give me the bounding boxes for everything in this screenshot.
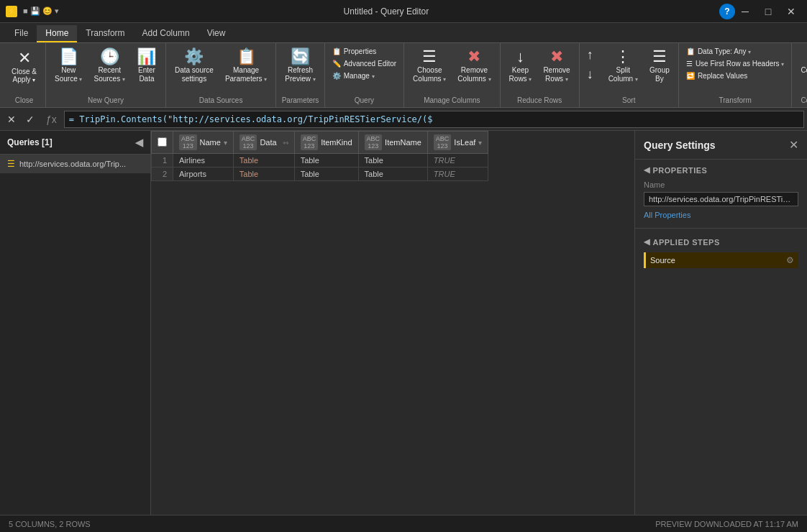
group-by-label: GroupBy bbox=[649, 66, 670, 83]
select-all-checkbox[interactable] bbox=[158, 137, 167, 147]
formula-cancel-button[interactable]: ✕ bbox=[3, 111, 20, 128]
qs-properties-chevron: ◀ bbox=[644, 165, 650, 175]
ribbon-group-query: 📋 Properties ✏️ Advanced Editor ⚙️ Manag… bbox=[325, 43, 404, 107]
table-row: 1 Airlines Table Table Table TRUE bbox=[152, 154, 488, 168]
qs-properties-section: ◀ PROPERTIES Name http://services.odata.… bbox=[635, 160, 807, 225]
ribbon-items-new-query: 📄 NewSource ▾ 🕒 RecentSources ▾ 📊 EnterD… bbox=[50, 46, 161, 95]
ribbon-group-parameters: 🔄 RefreshPreview ▾ Parameters bbox=[276, 43, 324, 107]
formula-input[interactable] bbox=[64, 111, 804, 128]
group-by-icon: ☰ bbox=[652, 49, 667, 65]
manage-button[interactable]: ⚙️ Manage ▾ bbox=[329, 70, 399, 81]
choose-columns-button[interactable]: ☰ ChooseColumns ▾ bbox=[409, 46, 450, 86]
ribbon-group-transform-label: Transform bbox=[719, 95, 752, 104]
qs-applied-steps-label: APPLIED STEPS bbox=[653, 238, 720, 247]
tab-view[interactable]: View bbox=[199, 25, 234, 42]
use-first-row-button[interactable]: ☰ Use First Row as Headers ▾ bbox=[683, 58, 787, 69]
col-header-data: ABC123 Data ⇿ bbox=[233, 132, 294, 154]
properties-icon: 📋 bbox=[332, 47, 341, 55]
close-apply-button[interactable]: ✕ Close & Apply ▾ bbox=[7, 46, 41, 86]
table-row: 2 Airports Table Table Table TRUE bbox=[152, 168, 488, 181]
qs-applied-steps-chevron: ◀ bbox=[644, 237, 650, 247]
ribbon-group-reduce-rows-label: Reduce Rows bbox=[517, 95, 562, 104]
manage-label: Manage ▾ bbox=[344, 72, 375, 80]
new-source-icon: 📄 bbox=[59, 49, 78, 65]
formula-buttons: ✕ ✓ bbox=[3, 111, 39, 128]
ribbon-items-parameters: 🔄 RefreshPreview ▾ bbox=[281, 46, 319, 95]
col-type-itemkind: ABC123 bbox=[301, 134, 319, 150]
keep-rows-button[interactable]: ↓ KeepRows ▾ bbox=[505, 46, 537, 86]
sidebar-collapse-button[interactable]: ◀ bbox=[135, 137, 143, 148]
manage-icon: ⚙️ bbox=[332, 72, 341, 80]
tab-file[interactable]: File bbox=[6, 25, 37, 42]
sort-asc-button[interactable]: ↑ bbox=[584, 46, 601, 64]
ribbon-items-reduce-rows: ↓ KeepRows ▾ ✖ RemoveRows ▾ bbox=[505, 46, 575, 95]
minimize-button[interactable]: ─ bbox=[735, 1, 755, 22]
ribbon-group-close-label: Close bbox=[15, 95, 34, 104]
ribbon-group-data-sources: ⚙️ Data sourcesettings 📋 ManageParameter… bbox=[166, 43, 276, 107]
sidebar-item-query[interactable]: ☰ http://services.odata.org/Trip... bbox=[0, 155, 150, 173]
advanced-editor-label: Advanced Editor bbox=[344, 60, 396, 68]
choose-columns-label: ChooseColumns ▾ bbox=[413, 66, 446, 83]
step-source[interactable]: Source ⚙ bbox=[644, 252, 798, 268]
recent-sources-button[interactable]: 🕒 RecentSources ▾ bbox=[89, 46, 129, 86]
sidebar: Queries [1] ◀ ☰ http://services.odata.or… bbox=[0, 131, 151, 515]
tab-home[interactable]: Home bbox=[37, 25, 77, 42]
applied-steps-section: ◀ APPLIED STEPS Source ⚙ bbox=[635, 231, 807, 275]
sort-desc-button[interactable]: ↓ bbox=[584, 65, 601, 83]
replace-values-button[interactable]: 🔁 Replace Values bbox=[683, 70, 787, 81]
ribbon-items-manage-columns: ☰ ChooseColumns ▾ ✖ RemoveColumns ▾ bbox=[409, 46, 496, 95]
qs-close-button[interactable]: ✕ bbox=[789, 138, 798, 152]
ribbon-group-parameters-label: Parameters bbox=[282, 95, 319, 104]
group-by-button[interactable]: ☰ GroupBy bbox=[645, 46, 674, 86]
manage-parameters-button[interactable]: 📋 ManageParameters ▾ bbox=[221, 46, 271, 86]
sidebar-header: Queries [1] ◀ bbox=[0, 131, 150, 155]
combine-button[interactable]: ⊞ Combine bbox=[796, 46, 807, 78]
formula-fx-label: ƒx bbox=[42, 114, 61, 125]
qs-name-label: Name bbox=[644, 180, 798, 189]
step-source-label: Source bbox=[650, 256, 675, 265]
new-source-button[interactable]: 📄 NewSource ▾ bbox=[50, 46, 86, 86]
cell-1-itemname: Table bbox=[358, 154, 427, 168]
enter-data-button[interactable]: 📊 EnterData bbox=[132, 46, 161, 86]
properties-button[interactable]: 📋 Properties bbox=[329, 46, 399, 57]
enter-data-icon: 📊 bbox=[137, 49, 156, 65]
col-name-label: Name bbox=[200, 138, 221, 147]
ribbon-group-manage-columns: ☰ ChooseColumns ▾ ✖ RemoveColumns ▾ Mana… bbox=[404, 43, 501, 107]
col-type-isleaf: ABC123 bbox=[434, 134, 452, 150]
col-expand-data[interactable]: ⇿ bbox=[283, 139, 288, 147]
manage-parameters-label: ManageParameters ▾ bbox=[225, 66, 267, 83]
remove-columns-button[interactable]: ✖ RemoveColumns ▾ bbox=[453, 46, 495, 86]
tab-transform[interactable]: Transform bbox=[77, 25, 133, 42]
col-sort-name[interactable]: ▾ bbox=[224, 139, 227, 147]
qs-properties-header: ◀ PROPERTIES bbox=[644, 165, 798, 175]
close-button[interactable]: ✕ bbox=[781, 1, 801, 22]
ribbon-items-transform: 📋 Data Type: Any ▾ ☰ Use First Row as He… bbox=[683, 46, 787, 95]
close-apply-label: Close & bbox=[12, 68, 37, 75]
cell-2-data: Table bbox=[233, 168, 294, 181]
formula-accept-button[interactable]: ✓ bbox=[22, 111, 39, 128]
qs-name-value[interactable]: http://services.odata.org/TripPinRESTier… bbox=[644, 192, 798, 206]
replace-values-icon: 🔁 bbox=[686, 72, 695, 80]
col-type-itemname: ABC123 bbox=[365, 134, 383, 150]
maximize-button[interactable]: □ bbox=[758, 1, 778, 22]
split-column-button[interactable]: ⋮ SplitColumn ▾ bbox=[604, 46, 642, 86]
ribbon-group-close: ✕ Close & Apply ▾ Close bbox=[3, 43, 46, 107]
new-source-label: NewSource ▾ bbox=[55, 66, 82, 83]
col-sort-isleaf[interactable]: ▾ bbox=[478, 139, 482, 147]
data-source-settings-button[interactable]: ⚙️ Data sourcesettings bbox=[170, 46, 218, 86]
remove-rows-label: RemoveRows ▾ bbox=[543, 66, 570, 83]
col-header-itemkind: ABC123 ItemKind bbox=[294, 132, 358, 154]
refresh-preview-button[interactable]: 🔄 RefreshPreview ▾ bbox=[281, 46, 319, 86]
help-button[interactable]: ? bbox=[719, 4, 735, 19]
use-first-row-icon: ☰ bbox=[686, 60, 693, 68]
data-type-label: Data Type: Any ▾ bbox=[698, 47, 751, 55]
ribbon-items-combine: ⊞ Combine bbox=[796, 46, 807, 95]
data-type-button[interactable]: 📋 Data Type: Any ▾ bbox=[683, 46, 787, 57]
qs-divider bbox=[635, 228, 807, 229]
remove-rows-button[interactable]: ✖ RemoveRows ▾ bbox=[539, 46, 574, 86]
all-properties-link[interactable]: All Properties bbox=[644, 211, 798, 219]
tab-add-column[interactable]: Add Column bbox=[134, 25, 199, 42]
advanced-editor-button[interactable]: ✏️ Advanced Editor bbox=[329, 58, 399, 69]
title-bar: ⚡ ■ 💾 😊 ▾ Untitled - Query Editor ? ─ □ … bbox=[0, 0, 807, 23]
step-gear-icon[interactable]: ⚙ bbox=[786, 255, 794, 265]
